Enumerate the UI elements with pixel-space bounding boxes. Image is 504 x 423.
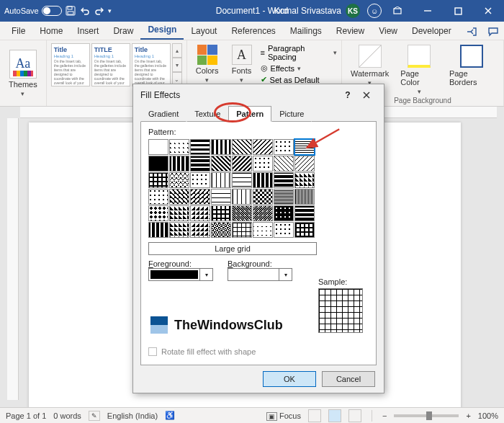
pattern-swatch[interactable] — [169, 172, 189, 188]
cancel-button[interactable]: Cancel — [322, 371, 375, 387]
dialog-close-icon[interactable] — [356, 85, 377, 105]
zoom-value[interactable]: 100% — [478, 411, 498, 420]
minimize-icon[interactable] — [413, 0, 442, 22]
pattern-swatch[interactable] — [232, 222, 252, 238]
read-mode-icon[interactable] — [308, 409, 321, 422]
fill-tab-gradient[interactable]: Gradient — [140, 106, 186, 122]
pattern-swatch[interactable] — [253, 222, 273, 238]
pattern-swatch[interactable] — [211, 172, 231, 188]
page-info[interactable]: Page 1 of 1 — [6, 411, 46, 420]
pattern-swatch[interactable] — [294, 205, 315, 221]
pattern-swatch[interactable] — [169, 222, 189, 238]
pattern-swatch[interactable] — [232, 189, 252, 205]
pattern-swatch[interactable] — [274, 189, 294, 205]
pattern-swatch[interactable] — [232, 139, 252, 155]
pattern-swatch[interactable] — [169, 139, 189, 155]
focus-mode-button[interactable]: ▣Focus — [266, 411, 301, 420]
pattern-swatch[interactable] — [211, 222, 231, 238]
pattern-swatch[interactable] — [190, 189, 210, 205]
pattern-swatch[interactable] — [190, 139, 210, 155]
share-button[interactable] — [461, 24, 482, 40]
zoom-in-icon[interactable]: + — [466, 411, 470, 420]
tab-insert[interactable]: Insert — [70, 22, 106, 40]
pattern-swatch[interactable] — [211, 205, 231, 221]
accessibility-icon[interactable]: ♿ — [165, 411, 175, 420]
pattern-swatch[interactable] — [148, 189, 168, 205]
pattern-swatch[interactable] — [274, 222, 294, 238]
save-icon[interactable] — [65, 5, 76, 17]
pattern-swatch[interactable] — [169, 156, 189, 172]
fill-tab-picture[interactable]: Picture — [271, 106, 312, 122]
pattern-swatch[interactable] — [169, 205, 189, 221]
fonts-button[interactable]: A Fonts▾ — [228, 43, 256, 85]
style-card[interactable]: TitleHeading 1On the Insert tab, the gal… — [51, 43, 90, 86]
style-card[interactable]: TitleHeading 1On the Insert tab, the gal… — [132, 43, 171, 86]
style-card[interactable]: TITLEHeading 1On the Insert tab, the gal… — [91, 43, 130, 86]
pattern-swatch[interactable] — [190, 205, 210, 221]
pattern-swatch[interactable] — [294, 156, 315, 172]
spellcheck-icon[interactable]: ✎ — [89, 411, 100, 421]
maximize-icon[interactable] — [444, 0, 472, 22]
comments-button[interactable] — [482, 24, 504, 40]
tab-layout[interactable]: Layout — [184, 22, 224, 40]
pattern-swatch[interactable] — [148, 205, 168, 221]
pattern-swatch[interactable] — [211, 189, 231, 205]
feedback-smiley-icon[interactable]: ☺ — [367, 4, 382, 18]
pattern-swatch[interactable] — [190, 222, 210, 238]
autosave-toggle[interactable] — [42, 6, 62, 16]
pattern-swatch[interactable] — [211, 156, 231, 172]
pattern-swatch[interactable] — [253, 156, 273, 172]
colors-button[interactable]: Colors▾ — [192, 43, 223, 85]
tab-mailings[interactable]: Mailings — [283, 22, 329, 40]
foreground-color-dropdown[interactable]: ▾ — [148, 268, 213, 281]
pattern-swatch[interactable] — [232, 205, 252, 221]
pattern-swatch[interactable] — [274, 156, 294, 172]
document-formatting-gallery[interactable]: TitleHeading 1On the Insert tab, the gal… — [51, 43, 182, 86]
pattern-swatch[interactable] — [211, 139, 231, 155]
pattern-swatch[interactable] — [148, 172, 168, 188]
pattern-swatch[interactable] — [253, 205, 273, 221]
tab-view[interactable]: View — [372, 22, 405, 40]
tab-home[interactable]: Home — [32, 22, 70, 40]
tab-developer[interactable]: Developer — [405, 22, 459, 40]
background-color-dropdown[interactable]: ▾ — [228, 268, 292, 281]
pattern-swatch[interactable] — [253, 139, 273, 155]
pattern-swatch[interactable] — [190, 156, 210, 172]
pattern-swatch[interactable] — [148, 156, 168, 172]
pattern-swatch[interactable] — [190, 172, 210, 188]
pattern-swatch[interactable] — [169, 189, 189, 205]
tab-design[interactable]: Design — [140, 21, 184, 40]
effects-button[interactable]: ◎Effects▾ — [261, 63, 337, 74]
ribbon-display-options-icon[interactable] — [383, 0, 412, 22]
dialog-help-icon[interactable]: ? — [339, 90, 356, 100]
ok-button[interactable]: OK — [263, 371, 316, 387]
gallery-scroll[interactable]: ▴▾⌄ — [172, 43, 182, 86]
vertical-ruler[interactable] — [7, 118, 19, 400]
pattern-swatch[interactable] — [253, 189, 273, 205]
pattern-swatch[interactable] — [294, 189, 315, 205]
pattern-swatch[interactable] — [148, 139, 168, 155]
paragraph-spacing-button[interactable]: ≡Paragraph Spacing▾ — [261, 43, 337, 62]
tab-review[interactable]: Review — [329, 22, 372, 40]
close-icon[interactable] — [474, 0, 503, 22]
pattern-swatch[interactable] — [294, 139, 315, 155]
fill-tab-texture[interactable]: Texture — [186, 106, 228, 122]
redo-icon[interactable] — [94, 5, 105, 17]
language-status[interactable]: English (India) — [107, 411, 158, 420]
zoom-out-icon[interactable]: − — [382, 411, 387, 420]
page-borders-button[interactable]: Page Borders — [445, 43, 499, 97]
tab-file[interactable]: File — [4, 22, 32, 40]
pattern-swatch[interactable] — [232, 156, 252, 172]
pattern-swatch[interactable] — [294, 222, 315, 238]
tab-references[interactable]: References — [224, 22, 282, 40]
pattern-swatch[interactable] — [274, 139, 294, 155]
fill-tab-pattern[interactable]: Pattern — [228, 106, 271, 122]
pattern-swatch[interactable] — [232, 172, 252, 188]
web-layout-icon[interactable] — [348, 409, 361, 422]
tab-draw[interactable]: Draw — [106, 22, 140, 40]
qat-customize-icon[interactable]: ▾ — [108, 7, 112, 14]
pattern-swatch[interactable] — [274, 172, 294, 188]
pattern-swatch[interactable] — [294, 172, 315, 188]
themes-button[interactable]: Aa Themes ▾ — [4, 48, 42, 99]
word-count[interactable]: 0 words — [53, 411, 81, 420]
